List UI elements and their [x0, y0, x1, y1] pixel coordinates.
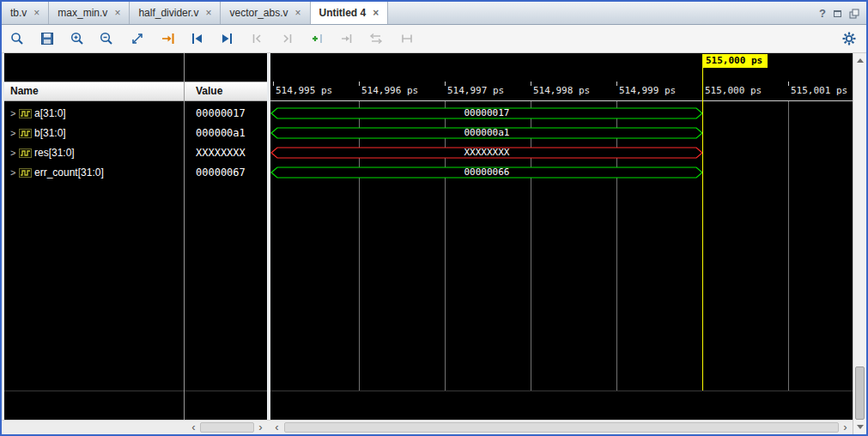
fit-markers-icon [399, 31, 415, 46]
scroll-down-icon[interactable] [853, 420, 866, 433]
signal-row-a[interactable]: > a[31:0] 00000017 [4, 104, 267, 124]
signal-value: 00000017 [196, 104, 246, 124]
expand-chevron-icon[interactable]: > [10, 124, 15, 143]
zoom-out-icon[interactable] [99, 31, 114, 46]
close-icon[interactable]: × [373, 8, 379, 18]
tab-vector-abs-v[interactable]: vector_abs.v × [221, 2, 310, 24]
next-transition-icon[interactable] [219, 31, 234, 46]
save-wave-config-icon[interactable] [39, 31, 55, 46]
swap-cursors-icon [368, 31, 384, 46]
cursor-time-badge: 515,000 ps [702, 54, 768, 68]
signal-name: a[31:0] [34, 104, 66, 124]
waveform-canvas[interactable]: 515,000 ps 514,995 ps 514,996 ps 514,997… [270, 53, 853, 420]
previous-marker-icon [250, 31, 265, 46]
close-icon[interactable]: × [295, 8, 301, 18]
bus-value-res: XXXXXXXX [270, 147, 703, 159]
signal-value: 00000067 [196, 163, 246, 183]
tab-bar: tb.v × max_min.v × half_divider.v × vect… [2, 2, 866, 25]
wave-scrollbar-thumb[interactable] [284, 422, 839, 433]
ruler-tick [616, 82, 617, 86]
scroll-up-icon[interactable] [853, 53, 866, 67]
gridline [788, 101, 789, 391]
zoom-to-cursor-icon[interactable] [161, 31, 176, 46]
ruler-tick [273, 82, 274, 86]
find-icon[interactable] [9, 31, 25, 46]
bus-signal-icon [19, 109, 32, 118]
time-tick-label: 515,001 ps [791, 85, 847, 96]
expand-chevron-icon[interactable]: > [10, 104, 15, 124]
tab-label: half_divider.v [138, 7, 198, 19]
name-column-header[interactable]: Name [10, 82, 39, 100]
content-end-divider [4, 391, 267, 391]
wave-toolbar [2, 25, 866, 53]
gridline [531, 101, 531, 391]
time-tick-label: 514,997 ps [447, 85, 504, 96]
tab-label: Untitled 4 [319, 7, 367, 19]
names-scrollbar-thumb[interactable] [200, 422, 254, 433]
tab-untitled-4[interactable]: Untitled 4 × [311, 2, 389, 24]
signals-panel-header: Name Value [4, 82, 267, 101]
vertical-scrollbar-thumb[interactable] [855, 366, 865, 420]
bus-signal-icon [19, 148, 32, 158]
gridline [616, 101, 617, 391]
content-end-divider [270, 391, 853, 391]
go-to-last-transition-icon [339, 31, 355, 46]
bus-signal-icon [19, 168, 32, 178]
tab-label: max_min.v [58, 7, 107, 19]
signal-name: err_count[31:0] [34, 163, 104, 183]
tab-half-divider-v[interactable]: half_divider.v × [130, 2, 221, 24]
time-tick-label: 514,999 ps [619, 85, 676, 96]
time-tick-label: 514,998 ps [533, 85, 590, 96]
time-cursor[interactable] [702, 68, 703, 391]
close-icon[interactable]: × [205, 8, 211, 18]
time-tick-label: 515,000 ps [705, 85, 762, 96]
down-triangle-icon [857, 425, 864, 429]
tab-label: tb.v [10, 7, 27, 19]
column-splitter[interactable] [184, 53, 185, 420]
ruler-tick [359, 82, 360, 86]
float-window-icon[interactable] [834, 10, 841, 17]
time-tick-label: 514,996 ps [361, 85, 418, 96]
ruler-tick [788, 82, 789, 86]
value-column-header[interactable]: Value [196, 82, 222, 100]
add-marker-icon[interactable] [310, 31, 325, 46]
signal-name: res[31:0] [34, 143, 75, 163]
time-tick-label: 514,995 ps [276, 85, 332, 96]
signal-value: XXXXXXXX [196, 143, 246, 163]
bus-value-err-count: 00000066 [270, 167, 703, 179]
signal-row-b[interactable]: > b[31:0] 000000a1 [4, 124, 267, 143]
waveform-window: tb.v × max_min.v × half_divider.v × vect… [0, 0, 868, 436]
signal-row-res[interactable]: > res[31:0] XXXXXXXX [4, 143, 267, 163]
expand-chevron-icon[interactable]: > [10, 163, 15, 183]
expand-chevron-icon[interactable]: > [10, 143, 15, 163]
ruler-tick [531, 82, 531, 86]
ruler-tick [445, 82, 446, 86]
settings-gear-icon[interactable] [841, 31, 857, 46]
signal-name: b[31:0] [34, 124, 66, 143]
help-icon[interactable]: ? [819, 7, 826, 20]
signal-row-err-count[interactable]: > err_count[31:0] 00000067 [4, 163, 267, 183]
previous-transition-icon[interactable] [190, 31, 205, 46]
names-scroll-right-icon[interactable]: › [254, 421, 267, 434]
close-icon[interactable]: × [33, 8, 39, 18]
wave-scroll-right-icon[interactable]: › [839, 421, 852, 434]
signal-value: 000000a1 [196, 124, 246, 143]
wave-scroll-left-icon[interactable]: ‹ [270, 421, 283, 434]
tab-label: vector_abs.v [229, 7, 288, 19]
vertical-scrollbar[interactable] [853, 53, 866, 434]
zoom-fit-icon[interactable] [130, 31, 145, 46]
zoom-in-icon[interactable] [70, 31, 85, 46]
close-icon[interactable]: × [114, 8, 120, 18]
tab-max-min-v[interactable]: max_min.v × [49, 2, 130, 24]
bus-value-a: 00000017 [270, 107, 703, 119]
horizontal-scroll-row: ‹ › ‹ › [2, 420, 853, 434]
up-triangle-icon [857, 58, 864, 63]
maximize-window-icon[interactable] [849, 9, 859, 19]
names-scroll-left-icon[interactable]: ‹ [187, 421, 200, 434]
gridline [445, 101, 446, 391]
bus-signal-icon [19, 129, 32, 138]
signals-panel: Name Value > a[31:0] 00000017 > b[31:0] … [4, 53, 267, 420]
window-controls: ? [819, 2, 859, 25]
tab-tb-v[interactable]: tb.v × [2, 2, 49, 24]
gridline [359, 101, 360, 391]
